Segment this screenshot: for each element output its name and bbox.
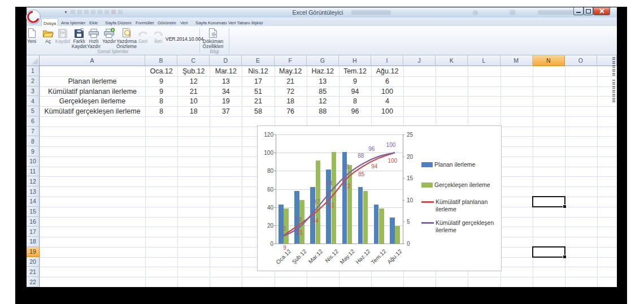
cell-value-r4c4[interactable]: 21 xyxy=(242,96,274,106)
cell-row-label-2[interactable]: Planan ilerleme xyxy=(40,76,145,86)
row-header-9[interactable]: 9 xyxy=(27,146,40,157)
i-leri-button[interactable]: İleri xyxy=(143,28,173,44)
row-header-5[interactable]: 5 xyxy=(27,106,40,116)
d-k-man-zellikleri-button[interactable]: Döküman Özellikleri xyxy=(198,28,228,49)
row-header-21[interactable]: 21 xyxy=(27,267,40,277)
row-header-3[interactable]: 3 xyxy=(27,86,40,97)
application-orb-button[interactable] xyxy=(25,9,41,25)
row-header-17[interactable]: 17 xyxy=(27,227,40,237)
row-header-7[interactable]: 7 xyxy=(27,127,40,137)
cell-value-r5c3[interactable]: 37 xyxy=(210,106,242,116)
cell-value-r4c1[interactable]: 8 xyxy=(145,96,177,106)
column-header-i[interactable]: I xyxy=(371,55,403,66)
column-header-m[interactable]: M xyxy=(501,55,533,66)
cell-value-r4c6[interactable]: 12 xyxy=(307,96,339,106)
cell-month-5[interactable]: May.12 xyxy=(275,66,307,76)
fill-handle[interactable] xyxy=(563,255,567,259)
cell-value-r5c6[interactable]: 88 xyxy=(307,106,339,116)
cell-month-4[interactable]: Nis.12 xyxy=(242,66,274,76)
column-header-g[interactable]: G xyxy=(307,55,339,66)
selected-cell-n14[interactable] xyxy=(532,196,565,207)
column-header-e[interactable]: E xyxy=(242,55,274,66)
cell-value-r5c8[interactable]: 100 xyxy=(371,106,403,116)
column-header-f[interactable]: F xyxy=(275,55,307,66)
cell-value-r3c7[interactable]: 94 xyxy=(339,86,371,97)
tab-sayfa-korumas[interactable]: Sayfa Koruması xyxy=(194,18,229,26)
tab-g-r-n-m[interactable]: Görünüm xyxy=(156,18,178,26)
row-header-10[interactable]: 10 xyxy=(27,157,40,167)
row-header-15[interactable]: 15 xyxy=(27,207,40,217)
row-header-13[interactable]: 13 xyxy=(27,186,40,197)
cell-value-r2c7[interactable]: 9 xyxy=(339,76,371,86)
row-header-8[interactable]: 8 xyxy=(27,136,40,146)
cell-value-r3c1[interactable]: 9 xyxy=(145,86,177,97)
cell-month-8[interactable]: Ağu.12 xyxy=(371,66,403,76)
selected-cell-n19[interactable] xyxy=(532,246,565,258)
tab-ekle[interactable]: Ekle xyxy=(88,18,99,26)
column-header-b[interactable]: B xyxy=(145,55,177,66)
row-header-11[interactable]: 11 xyxy=(27,167,40,177)
cell-value-r5c5[interactable]: 76 xyxy=(275,106,307,116)
cell-value-r4c2[interactable]: 10 xyxy=(177,96,210,106)
cell-value-r5c1[interactable]: 8 xyxy=(145,106,177,116)
cell-month-6[interactable]: Haz.12 xyxy=(307,66,339,76)
row-header-2[interactable]: 2 xyxy=(27,76,40,86)
cell-value-r4c8[interactable]: 4 xyxy=(371,96,403,106)
cell-value-r4c5[interactable]: 18 xyxy=(275,96,307,106)
cell-value-r3c2[interactable]: 21 xyxy=(177,86,210,97)
cell-value-r5c7[interactable]: 96 xyxy=(339,106,371,116)
title-bar[interactable]: ▼ Excel Görüntüleyici xyxy=(27,7,617,18)
cell-value-r2c4[interactable]: 17 xyxy=(242,76,274,86)
cell-value-r3c5[interactable]: 72 xyxy=(275,86,307,97)
maximize-button[interactable] xyxy=(584,7,593,15)
tab-form-ller[interactable]: Formüller xyxy=(134,18,156,26)
cell-value-r2c3[interactable]: 13 xyxy=(210,76,242,86)
cell-month-3[interactable]: Mar.12 xyxy=(210,66,242,76)
cell-row-label-4[interactable]: Gerçekleşen ilerleme xyxy=(40,96,145,106)
cell-value-r3c3[interactable]: 34 xyxy=(210,86,242,97)
column-header-k[interactable]: K xyxy=(436,55,468,66)
column-header-o[interactable]: O xyxy=(565,55,597,66)
cell-value-r3c4[interactable]: 51 xyxy=(242,86,274,97)
cell-row-label-5[interactable]: Kümülatif gerçekleşen ilerleme xyxy=(40,106,145,116)
column-header-a[interactable]: A xyxy=(40,55,145,66)
column-header-c[interactable]: C xyxy=(177,55,210,66)
column-header-n[interactable]: N xyxy=(533,55,565,66)
cell-month-1[interactable]: Oca.12 xyxy=(145,66,177,76)
cell-value-r2c5[interactable]: 21 xyxy=(275,76,307,86)
minimize-button[interactable] xyxy=(573,7,584,15)
column-header-l[interactable]: L xyxy=(468,55,500,66)
row-header-6[interactable]: 6 xyxy=(27,116,40,127)
column-header-d[interactable]: D xyxy=(210,55,242,66)
tab-veri[interactable]: Veri xyxy=(179,18,189,26)
cell-value-r2c6[interactable]: 13 xyxy=(307,76,339,86)
row-header-14[interactable]: 14 xyxy=(27,197,40,207)
row-header-22[interactable]: 22 xyxy=(27,277,40,287)
cell-value-r3c6[interactable]: 85 xyxy=(307,86,339,97)
row-header-16[interactable]: 16 xyxy=(27,217,40,227)
cell-value-r2c8[interactable]: 6 xyxy=(371,76,403,86)
cell-value-r5c2[interactable]: 18 xyxy=(177,106,210,116)
chart-object[interactable]: 1201008060402002520151050921345172859410… xyxy=(257,125,502,271)
row-header-18[interactable]: 18 xyxy=(27,237,40,247)
cell-value-r4c3[interactable]: 19 xyxy=(210,96,242,106)
cell-value-r4c7[interactable]: 8 xyxy=(339,96,371,106)
tab-dosya[interactable]: Dosya xyxy=(41,18,58,27)
row-header-20[interactable]: 20 xyxy=(27,257,40,267)
cell-month-2[interactable]: Şub.12 xyxy=(177,66,210,76)
cell-value-r2c1[interactable]: 9 xyxy=(145,76,177,86)
close-button[interactable] xyxy=(593,7,610,15)
column-header-j[interactable]: J xyxy=(403,55,436,66)
row-header-1[interactable]: 1 xyxy=(27,66,40,76)
row-header-4[interactable]: 4 xyxy=(27,96,40,106)
column-header-h[interactable]: H xyxy=(339,55,371,66)
cell-value-r5c4[interactable]: 58 xyxy=(242,106,274,116)
tab-ana-i-lemler[interactable]: Ana İşlemler xyxy=(59,18,87,26)
cell-value-r2c2[interactable]: 12 xyxy=(177,76,210,86)
row-header-19[interactable]: 19 xyxy=(27,247,40,257)
tab-sayfa-d-zeni[interactable]: Sayfa Düzeni xyxy=(103,18,133,26)
select-all-corner[interactable] xyxy=(27,55,40,66)
cell-row-label-3[interactable]: Kümülatif planlanan ilerleme xyxy=(40,86,145,97)
fill-handle[interactable] xyxy=(563,205,567,209)
row-header-12[interactable]: 12 xyxy=(27,176,40,186)
